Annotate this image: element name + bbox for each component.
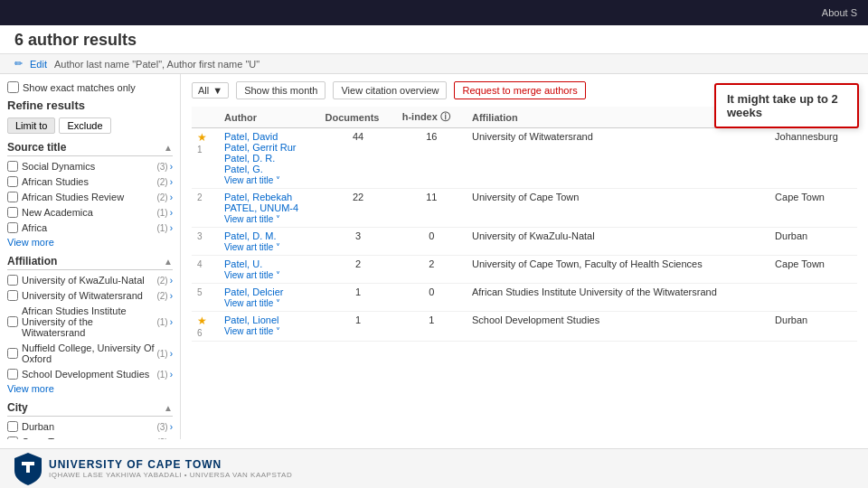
author-name[interactable]: Patel, D. R. — [224, 153, 315, 164]
sidebar-affiliation-item: University of KwaZulu-Natal (2) › — [7, 274, 173, 286]
affiliation-item-checkbox[interactable] — [7, 316, 18, 327]
show-this-month-button[interactable]: Show this month — [236, 81, 326, 99]
source-item-checkbox[interactable] — [7, 222, 18, 233]
edit-link[interactable]: Edit — [30, 59, 47, 70]
star-icon[interactable]: ★ — [197, 314, 207, 327]
col-header-documents[interactable]: Documents — [320, 107, 397, 128]
source-item-label: African Studies Review — [22, 192, 156, 202]
sidebar-source-item: New Academica (1) › — [7, 206, 173, 219]
results-area: It might take up to 2 weeks All ▼ Show t… — [181, 74, 868, 439]
col-header-author[interactable]: Author — [219, 107, 320, 128]
source-item-chevron-icon: › — [170, 192, 173, 202]
affiliation-item-chevron-icon: › — [170, 276, 173, 286]
affiliation-item-checkbox[interactable] — [7, 290, 18, 301]
affiliation-item-checkbox[interactable] — [7, 369, 18, 380]
view-art-link[interactable]: View art title ˅ — [224, 270, 280, 280]
author-name[interactable]: Patel, Gerrit Rur — [224, 142, 315, 153]
source-item-count: (2) — [156, 192, 167, 202]
affiliation-cell: School Development Studies — [467, 312, 769, 342]
row-number: 1 — [197, 145, 203, 155]
tooltip-box: It might take up to 2 weeks — [714, 83, 859, 128]
affiliation-item-count: (1) — [156, 370, 167, 380]
sidebar-affiliation-item: University of Witwatersrand (2) › — [7, 289, 173, 302]
view-art-link[interactable]: View art title ˅ — [224, 298, 280, 308]
city-cell — [769, 284, 857, 312]
all-dropdown[interactable]: All ▼ — [192, 82, 229, 99]
affiliation-item-checkbox[interactable] — [7, 275, 18, 286]
author-cell: Patel, D. M. View art title ˅ — [219, 228, 320, 256]
footer: UNIVERSITY OF CAPE TOWN IQHAWE LASE YAKH… — [0, 448, 868, 488]
show-exact-checkbox[interactable] — [7, 81, 19, 93]
pencil-icon: ✏ — [14, 58, 23, 70]
row-num-cell: 5 — [192, 284, 219, 312]
city-section: City ▲ — [7, 401, 173, 417]
row-number: 3 — [197, 231, 203, 241]
request-merge-button[interactable]: Request to merge authors — [454, 81, 585, 99]
view-art-link[interactable]: View art title ˅ — [224, 214, 280, 224]
footer-logo: UNIVERSITY OF CAPE TOWN IQHAWE LASE YAKH… — [14, 453, 292, 485]
all-chevron-icon: ▼ — [212, 85, 222, 96]
row-number: 5 — [197, 287, 203, 297]
results-table: Author Documents h-index ⓘ Affiliation C… — [192, 107, 857, 342]
city-item-checkbox[interactable] — [7, 421, 18, 432]
filter-description: Author last name "Patel", Author first n… — [54, 59, 259, 70]
source-item-checkbox[interactable] — [7, 192, 18, 202]
filter-bar: ✏ Edit Author last name "Patel", Author … — [0, 54, 868, 74]
affiliation-view-more[interactable]: View more — [7, 383, 173, 394]
exclude-button[interactable]: Exclude — [59, 117, 110, 134]
table-row: ★ 6 Patel, Lionel View art title ˅ 1 1 S… — [192, 312, 857, 342]
star-icon[interactable]: ★ — [197, 131, 207, 144]
source-item-label: New Academica — [22, 207, 156, 218]
city-cell: Durban — [769, 228, 857, 256]
city-label: City — [7, 401, 28, 414]
author-name[interactable]: Patel, G. — [224, 164, 315, 174]
source-item-checkbox[interactable] — [7, 176, 18, 187]
col-header-hindex[interactable]: h-index ⓘ — [397, 107, 467, 128]
view-art-link[interactable]: View art title ˅ — [224, 175, 280, 185]
source-item-checkbox[interactable] — [7, 161, 18, 172]
source-item-chevron-icon: › — [170, 223, 173, 233]
table-row: ★ 1 Patel, DavidPatel, Gerrit RurPatel, … — [192, 128, 857, 189]
author-name[interactable]: Patel, Rebekah — [224, 192, 315, 202]
city-cell: Durban — [769, 312, 857, 342]
city-item-chevron-icon: › — [170, 422, 173, 432]
affiliation-item-chevron-icon: › — [170, 291, 173, 301]
sidebar-source-item: African Studies Review (2) › — [7, 191, 173, 203]
sidebar-affiliation-item: Nuffield College, University Of Oxford (… — [7, 342, 173, 365]
affiliation-item-label: University of KwaZulu-Natal — [22, 275, 156, 286]
author-name[interactable]: Patel, David — [224, 131, 315, 142]
affiliation-cell: University of Witwatersrand — [467, 128, 769, 189]
sidebar-source-item: Social Dynamics (3) › — [7, 160, 173, 173]
author-cell: Patel, Delcier View art title ˅ — [219, 284, 320, 312]
source-view-more[interactable]: View more — [7, 237, 173, 248]
documents-cell: 2 — [320, 256, 397, 284]
uct-shield-icon — [14, 453, 42, 485]
col-header-num — [192, 107, 219, 128]
author-name[interactable]: Patel, Delcier — [224, 286, 315, 297]
hindex-cell: 1 — [397, 312, 467, 342]
view-art-link[interactable]: View art title ˅ — [224, 326, 280, 336]
city-chevron-icon: ▲ — [164, 403, 173, 413]
city-cell: Johannesburg — [769, 128, 857, 189]
author-name[interactable]: Patel, U. — [224, 258, 315, 269]
affiliation-item-checkbox[interactable] — [7, 348, 18, 359]
affiliation-item-label: University of Witwatersrand — [22, 290, 156, 301]
hindex-cell: 11 — [397, 189, 467, 228]
sidebar-city-item: Durban (3) › — [7, 420, 173, 433]
documents-cell: 44 — [320, 128, 397, 189]
view-art-link[interactable]: View art title ˅ — [224, 242, 280, 252]
about-link[interactable]: About S — [822, 7, 857, 18]
view-citation-overview-button[interactable]: View citation overview — [333, 81, 447, 99]
affiliation-item-label: Nuffield College, University Of Oxford — [22, 343, 156, 364]
source-item-checkbox[interactable] — [7, 207, 18, 218]
table-row: 2 Patel, RebekahPATEL, UNUM-4 View art t… — [192, 189, 857, 228]
author-name[interactable]: PATEL, UNUM-4 — [224, 202, 315, 213]
author-name[interactable]: Patel, Lionel — [224, 314, 315, 325]
affiliation-item-count: (1) — [156, 317, 167, 327]
limit-to-button[interactable]: Limit to — [7, 117, 55, 134]
author-name[interactable]: Patel, D. M. — [224, 230, 315, 241]
affiliation-item-chevron-icon: › — [170, 349, 173, 359]
city-item-label: Durban — [22, 421, 156, 432]
affiliation-item-label: School Development Studies — [22, 369, 156, 380]
city-item-checkbox[interactable] — [7, 436, 18, 439]
